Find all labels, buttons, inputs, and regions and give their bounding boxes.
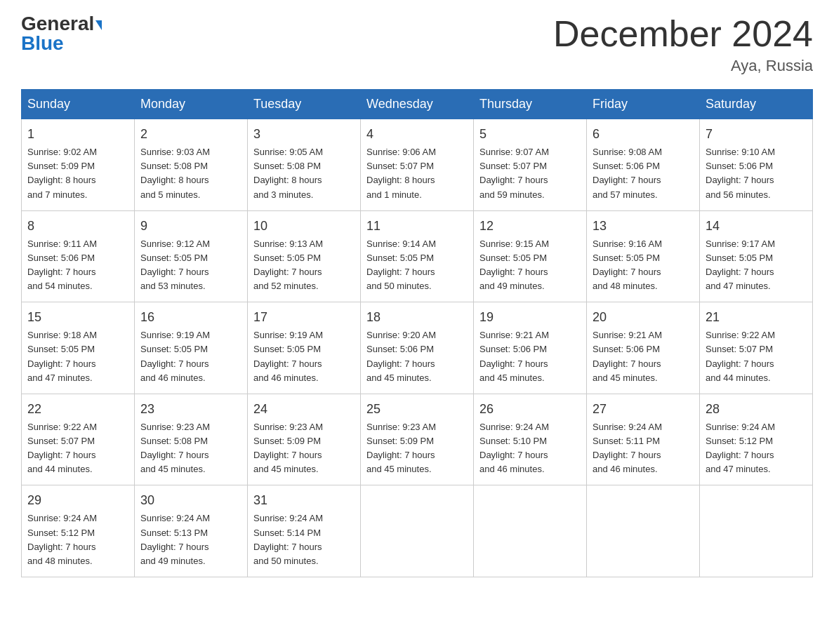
- day-number: 15: [27, 308, 128, 327]
- calendar-week-row: 8 Sunrise: 9:11 AMSunset: 5:06 PMDayligh…: [22, 210, 813, 302]
- header-thursday: Thursday: [474, 90, 587, 119]
- day-info: Sunrise: 9:24 AMSunset: 5:12 PMDaylight:…: [27, 511, 128, 568]
- header-sunday: Sunday: [22, 90, 135, 119]
- table-row: 11 Sunrise: 9:14 AMSunset: 5:05 PMDaylig…: [361, 210, 474, 302]
- table-row: 29 Sunrise: 9:24 AMSunset: 5:12 PMDaylig…: [22, 485, 135, 577]
- day-number: 10: [253, 217, 355, 236]
- header-friday: Friday: [587, 90, 700, 119]
- day-info: Sunrise: 9:24 AMSunset: 5:12 PMDaylight:…: [706, 420, 807, 477]
- day-info: Sunrise: 9:24 AMSunset: 5:14 PMDaylight:…: [253, 511, 355, 568]
- day-number: 23: [140, 400, 241, 419]
- table-row: 16 Sunrise: 9:19 AMSunset: 5:05 PMDaylig…: [135, 302, 248, 394]
- day-number: 17: [253, 308, 355, 327]
- title-section: December 2024 Aya, Russia: [553, 14, 813, 75]
- day-number: 22: [27, 400, 128, 419]
- day-number: 14: [706, 217, 807, 236]
- day-number: 4: [366, 125, 468, 144]
- day-number: 9: [140, 217, 241, 236]
- day-number: 26: [479, 400, 581, 419]
- logo-text-line1: General: [21, 14, 102, 34]
- table-row: 8 Sunrise: 9:11 AMSunset: 5:06 PMDayligh…: [22, 210, 135, 302]
- day-info: Sunrise: 9:22 AMSunset: 5:07 PMDaylight:…: [27, 420, 128, 477]
- day-info: Sunrise: 9:11 AMSunset: 5:06 PMDaylight:…: [27, 237, 128, 294]
- day-info: Sunrise: 9:10 AMSunset: 5:06 PMDaylight:…: [706, 145, 807, 202]
- day-number: 21: [706, 308, 807, 327]
- table-row: 10 Sunrise: 9:13 AMSunset: 5:05 PMDaylig…: [248, 210, 361, 302]
- table-row: 20 Sunrise: 9:21 AMSunset: 5:06 PMDaylig…: [587, 302, 700, 394]
- table-row: 9 Sunrise: 9:12 AMSunset: 5:05 PMDayligh…: [135, 210, 248, 302]
- day-info: Sunrise: 9:14 AMSunset: 5:05 PMDaylight:…: [366, 237, 468, 294]
- day-number: 31: [253, 491, 355, 510]
- day-info: Sunrise: 9:02 AMSunset: 5:09 PMDaylight:…: [27, 145, 128, 202]
- table-row: 23 Sunrise: 9:23 AMSunset: 5:08 PMDaylig…: [135, 394, 248, 485]
- day-number: 27: [593, 400, 694, 419]
- table-row: 25 Sunrise: 9:23 AMSunset: 5:09 PMDaylig…: [361, 394, 474, 485]
- day-info: Sunrise: 9:07 AMSunset: 5:07 PMDaylight:…: [479, 145, 581, 202]
- day-info: Sunrise: 9:12 AMSunset: 5:05 PMDaylight:…: [140, 237, 241, 294]
- day-info: Sunrise: 9:23 AMSunset: 5:09 PMDaylight:…: [253, 420, 355, 477]
- table-row: 24 Sunrise: 9:23 AMSunset: 5:09 PMDaylig…: [248, 394, 361, 485]
- day-number: 16: [140, 308, 241, 327]
- table-row: 26 Sunrise: 9:24 AMSunset: 5:10 PMDaylig…: [474, 394, 587, 485]
- day-number: 5: [479, 125, 581, 144]
- header-tuesday: Tuesday: [248, 90, 361, 119]
- day-info: Sunrise: 9:15 AMSunset: 5:05 PMDaylight:…: [479, 237, 581, 294]
- day-number: 6: [593, 125, 694, 144]
- table-row: [474, 485, 587, 577]
- table-row: 22 Sunrise: 9:22 AMSunset: 5:07 PMDaylig…: [22, 394, 135, 485]
- day-number: 29: [27, 491, 128, 510]
- calendar-week-row: 1 Sunrise: 9:02 AMSunset: 5:09 PMDayligh…: [22, 119, 813, 211]
- calendar-week-row: 22 Sunrise: 9:22 AMSunset: 5:07 PMDaylig…: [22, 394, 813, 485]
- table-row: 28 Sunrise: 9:24 AMSunset: 5:12 PMDaylig…: [700, 394, 813, 485]
- table-row: 21 Sunrise: 9:22 AMSunset: 5:07 PMDaylig…: [700, 302, 813, 394]
- day-info: Sunrise: 9:18 AMSunset: 5:05 PMDaylight:…: [27, 328, 128, 385]
- logo: General Blue: [21, 14, 102, 55]
- location-label: Aya, Russia: [553, 57, 813, 75]
- day-number: 19: [479, 308, 581, 327]
- table-row: 2 Sunrise: 9:03 AMSunset: 5:08 PMDayligh…: [135, 119, 248, 211]
- month-year-title: December 2024: [553, 14, 813, 54]
- day-info: Sunrise: 9:21 AMSunset: 5:06 PMDaylight:…: [593, 328, 694, 385]
- day-number: 11: [366, 217, 468, 236]
- table-row: 13 Sunrise: 9:16 AMSunset: 5:05 PMDaylig…: [587, 210, 700, 302]
- table-row: 27 Sunrise: 9:24 AMSunset: 5:11 PMDaylig…: [587, 394, 700, 485]
- table-row: 31 Sunrise: 9:24 AMSunset: 5:14 PMDaylig…: [248, 485, 361, 577]
- day-info: Sunrise: 9:24 AMSunset: 5:13 PMDaylight:…: [140, 511, 241, 568]
- day-number: 8: [27, 217, 128, 236]
- day-number: 30: [140, 491, 241, 510]
- logo-triangle-icon: [95, 20, 102, 30]
- day-info: Sunrise: 9:24 AMSunset: 5:10 PMDaylight:…: [479, 420, 581, 477]
- day-info: Sunrise: 9:06 AMSunset: 5:07 PMDaylight:…: [366, 145, 468, 202]
- day-info: Sunrise: 9:23 AMSunset: 5:08 PMDaylight:…: [140, 420, 241, 477]
- day-number: 20: [593, 308, 694, 327]
- day-number: 2: [140, 125, 241, 144]
- header-saturday: Saturday: [700, 90, 813, 119]
- day-info: Sunrise: 9:08 AMSunset: 5:06 PMDaylight:…: [593, 145, 694, 202]
- table-row: 4 Sunrise: 9:06 AMSunset: 5:07 PMDayligh…: [361, 119, 474, 211]
- day-info: Sunrise: 9:23 AMSunset: 5:09 PMDaylight:…: [366, 420, 468, 477]
- day-info: Sunrise: 9:03 AMSunset: 5:08 PMDaylight:…: [140, 145, 241, 202]
- day-info: Sunrise: 9:20 AMSunset: 5:06 PMDaylight:…: [366, 328, 468, 385]
- day-info: Sunrise: 9:19 AMSunset: 5:05 PMDaylight:…: [253, 328, 355, 385]
- day-info: Sunrise: 9:16 AMSunset: 5:05 PMDaylight:…: [593, 237, 694, 294]
- day-number: 24: [253, 400, 355, 419]
- table-row: 17 Sunrise: 9:19 AMSunset: 5:05 PMDaylig…: [248, 302, 361, 394]
- table-row: 18 Sunrise: 9:20 AMSunset: 5:06 PMDaylig…: [361, 302, 474, 394]
- day-info: Sunrise: 9:21 AMSunset: 5:06 PMDaylight:…: [479, 328, 581, 385]
- table-row: 6 Sunrise: 9:08 AMSunset: 5:06 PMDayligh…: [587, 119, 700, 211]
- day-number: 25: [366, 400, 468, 419]
- table-row: 19 Sunrise: 9:21 AMSunset: 5:06 PMDaylig…: [474, 302, 587, 394]
- table-row: 3 Sunrise: 9:05 AMSunset: 5:08 PMDayligh…: [248, 119, 361, 211]
- day-info: Sunrise: 9:17 AMSunset: 5:05 PMDaylight:…: [706, 237, 807, 294]
- page-header: General Blue December 2024 Aya, Russia: [21, 14, 813, 75]
- calendar-week-row: 29 Sunrise: 9:24 AMSunset: 5:12 PMDaylig…: [22, 485, 813, 577]
- table-row: 14 Sunrise: 9:17 AMSunset: 5:05 PMDaylig…: [700, 210, 813, 302]
- logo-text-line2: Blue: [21, 32, 64, 55]
- calendar-table: Sunday Monday Tuesday Wednesday Thursday…: [21, 89, 813, 577]
- day-number: 1: [27, 125, 128, 144]
- table-row: [587, 485, 700, 577]
- day-number: 12: [479, 217, 581, 236]
- table-row: 5 Sunrise: 9:07 AMSunset: 5:07 PMDayligh…: [474, 119, 587, 211]
- header-monday: Monday: [135, 90, 248, 119]
- table-row: 7 Sunrise: 9:10 AMSunset: 5:06 PMDayligh…: [700, 119, 813, 211]
